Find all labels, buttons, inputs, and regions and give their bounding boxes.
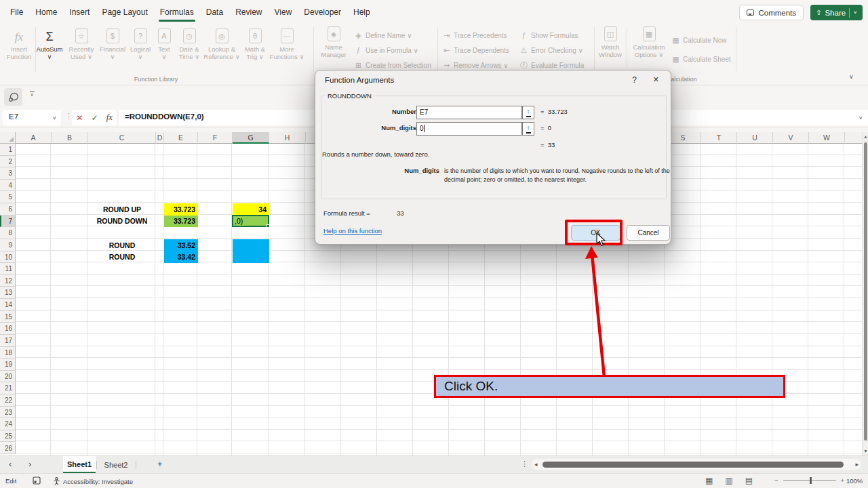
logical-button[interactable]: ?Logical∨ — [127, 26, 153, 60]
cell-E6[interactable]: 33.723 — [164, 203, 198, 216]
name-box[interactable]: E7 ∨ — [3, 110, 61, 125]
date-time-button[interactable]: ◷Date &Time ∨ — [175, 26, 203, 60]
vertical-scrollbar-thumb[interactable] — [864, 142, 867, 441]
menu-tab-data[interactable]: Data — [200, 4, 229, 22]
insert-function-button[interactable]: fxInsertFunction — [4, 26, 34, 60]
vertical-scrollbar[interactable]: ▲ ▼ — [862, 132, 868, 455]
row-header-18[interactable]: 18 — [0, 347, 16, 359]
zoom-slider[interactable] — [783, 480, 836, 481]
autosum-button[interactable]: ΣAutoSum∨ — [34, 26, 65, 60]
column-header-D[interactable]: D — [156, 132, 164, 144]
zoom-slider-knob[interactable] — [810, 477, 812, 484]
menu-tab-insert[interactable]: Insert — [63, 4, 96, 22]
error-checking-button[interactable]: ⚠Error Checking ∨ — [519, 44, 583, 56]
column-header-G[interactable]: G — [233, 132, 269, 144]
page-layout-view-icon[interactable]: ▥ — [725, 476, 732, 485]
accessibility-status[interactable]: Accessibility: Investigate — [53, 477, 133, 485]
chevron-down-icon[interactable]: ∨ — [853, 10, 857, 15]
row-header-3[interactable]: 3 — [0, 167, 16, 180]
comments-button[interactable]: Comments — [739, 5, 804, 20]
row-header-12[interactable]: 12 — [0, 275, 16, 287]
cell-C10[interactable]: ROUND — [88, 251, 156, 264]
row-header-17[interactable]: 17 — [0, 335, 16, 347]
zoom-in-icon[interactable]: + — [841, 476, 845, 484]
dialog-close-button[interactable]: ✕ — [653, 75, 659, 84]
fill-handle[interactable] — [267, 224, 270, 228]
row-header-7[interactable]: 7 — [0, 216, 16, 228]
menu-tab-home[interactable]: Home — [29, 4, 63, 22]
menu-tab-developer[interactable]: Developer — [298, 4, 347, 22]
row-header-2[interactable]: 2 — [0, 156, 16, 168]
column-header-H[interactable]: H — [269, 132, 306, 144]
trace-dependents-button[interactable]: ⇤Trace Dependents — [442, 44, 509, 56]
column-header-U[interactable]: U — [737, 132, 773, 144]
add-sheet-button[interactable]: + — [157, 459, 163, 469]
row-header-24[interactable]: 24 — [0, 418, 16, 430]
row-header-4[interactable]: 4 — [0, 180, 16, 192]
next-sheet-icon[interactable]: › — [28, 459, 31, 469]
page-break-view-icon[interactable]: ▤ — [745, 476, 753, 485]
calculate-sheet-button[interactable]: ▦Calculate Sheet — [671, 53, 731, 65]
select-all-corner[interactable] — [0, 132, 16, 144]
column-header-C[interactable]: C — [88, 132, 156, 144]
chevron-down-icon[interactable]: ∨ — [52, 116, 56, 121]
zoom-level[interactable]: 100% — [846, 477, 863, 485]
more-functions-button[interactable]: ⋯MoreFunctions ∨ — [270, 26, 304, 60]
sheet-options-icon[interactable]: ⋮ — [521, 460, 528, 468]
row-header-25[interactable]: 25 — [0, 430, 16, 443]
cell-E9[interactable]: 33.52 — [164, 239, 198, 251]
collapse-ribbon-icon[interactable]: ∨ — [849, 73, 854, 80]
confirm-entry-icon[interactable]: ✓ — [91, 113, 98, 123]
menu-tab-review[interactable]: Review — [229, 4, 268, 22]
menu-tab-help[interactable]: Help — [347, 4, 376, 22]
use-in-formula-button[interactable]: ƒUse in Formula ∨ — [354, 44, 418, 56]
column-header-W[interactable]: W — [809, 132, 845, 144]
lasso-select-button[interactable] — [4, 88, 22, 106]
cell-C6[interactable]: ROUND UP — [88, 203, 156, 216]
sheet-tab-sheet1[interactable]: Sheet1 — [63, 456, 96, 473]
watch-window-button[interactable]: ◫ Watch Window — [595, 26, 625, 58]
cell-G9[interactable] — [233, 239, 269, 251]
row-header-10[interactable]: 10 — [0, 251, 16, 264]
row-header-19[interactable]: 19 — [0, 359, 16, 371]
row-header-22[interactable]: 22 — [0, 394, 16, 407]
row-header-9[interactable]: 9 — [0, 239, 16, 251]
horizontal-scrollbar[interactable]: ◂ ▸ — [532, 459, 861, 470]
cell-C7[interactable]: ROUND DOWN — [88, 216, 156, 228]
financial-button[interactable]: $Financial∨ — [98, 26, 127, 60]
math-trig-button[interactable]: θMath &Trig ∨ — [240, 26, 270, 60]
cell-E7[interactable]: 33.723 — [164, 216, 198, 228]
sheet-tab-sheet2[interactable]: Sheet2 — [97, 456, 135, 473]
define-name-button[interactable]: ◈Define Name ∨ — [354, 29, 412, 41]
row-header-11[interactable]: 11 — [0, 263, 16, 275]
text-button[interactable]: AText∨ — [153, 26, 175, 60]
row-header-13[interactable]: 13 — [0, 287, 16, 299]
menu-tab-file[interactable]: File — [4, 4, 29, 22]
column-header-B[interactable]: B — [52, 132, 88, 144]
row-header-21[interactable]: 21 — [0, 382, 16, 394]
cancel-button[interactable]: Cancel — [627, 225, 670, 241]
help-on-function-link[interactable]: Help on this function — [323, 227, 382, 235]
column-header-T[interactable]: T — [701, 132, 737, 144]
menu-tab-view[interactable]: View — [269, 4, 298, 22]
expand-formula-bar-icon[interactable]: ∨ — [859, 116, 863, 121]
collapse-dialog-button[interactable]: ↑ — [522, 122, 534, 136]
macro-record-button[interactable] — [33, 476, 41, 486]
row-header-6[interactable]: 6 — [0, 203, 16, 216]
row-header-14[interactable]: 14 — [0, 299, 16, 311]
row-header-16[interactable]: 16 — [0, 323, 16, 335]
insert-function-icon[interactable]: fx — [106, 113, 113, 123]
prev-sheet-icon[interactable]: ‹ — [9, 459, 12, 469]
number-input[interactable]: E7 — [416, 106, 522, 119]
name-manager-button[interactable]: ◈ Name Manager — [316, 26, 351, 58]
column-header-partial[interactable] — [845, 132, 862, 144]
row-header-23[interactable]: 23 — [0, 407, 16, 419]
column-header-E[interactable]: E — [164, 132, 198, 144]
row-header-1[interactable]: 1 — [0, 144, 16, 156]
normal-view-icon[interactable]: ▦ — [705, 476, 713, 485]
cell-E10[interactable]: 33.42 — [164, 251, 198, 264]
show-formulas-button[interactable]: ƒShow Formulas — [519, 29, 578, 41]
row-header-26[interactable]: 26 — [0, 443, 16, 455]
scroll-right-icon[interactable]: ▸ — [855, 461, 859, 468]
collapse-dialog-button[interactable]: ↑ — [522, 106, 534, 119]
